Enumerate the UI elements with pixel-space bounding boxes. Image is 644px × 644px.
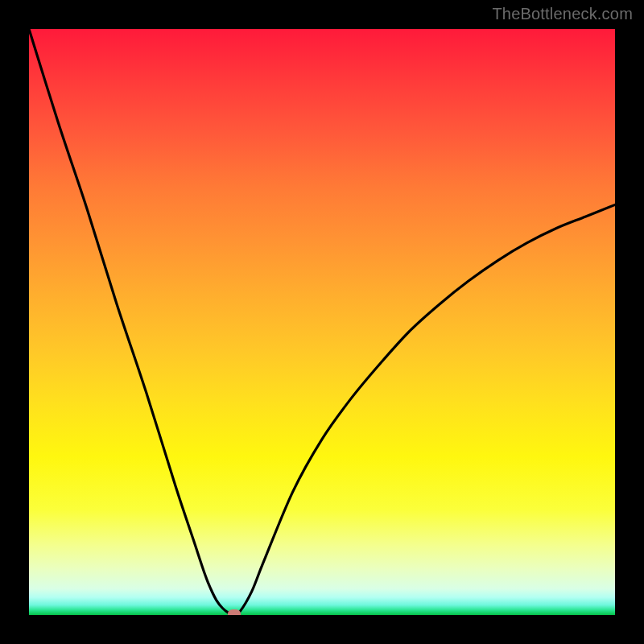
bottleneck-curve — [29, 29, 615, 615]
chart-frame: TheBottleneck.com — [0, 0, 644, 644]
plot-area — [29, 29, 615, 615]
optimal-point-marker — [228, 609, 241, 615]
watermark-text: TheBottleneck.com — [492, 5, 633, 23]
